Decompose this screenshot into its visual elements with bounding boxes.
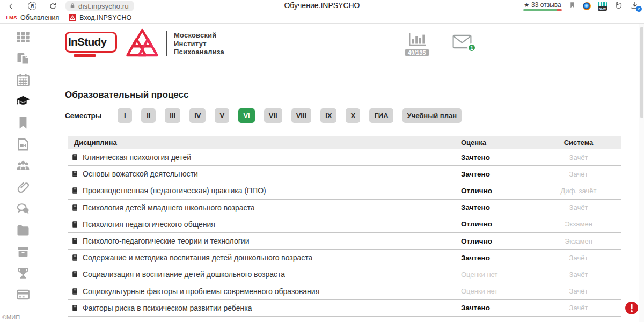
semester-button-vi[interactable]: VI — [238, 108, 254, 123]
archive-icon — [16, 244, 31, 261]
sidebar-item-files[interactable] — [15, 224, 31, 239]
semester-button-гиа[interactable]: ГИА — [369, 108, 393, 123]
semester-button-viii[interactable]: VIII — [291, 108, 312, 123]
groups-icon — [16, 158, 31, 175]
discipline-name: Содержание и методика воспитания детей д… — [83, 253, 312, 262]
table-row[interactable]: Психология детей младшего школьного возр… — [68, 200, 621, 216]
back-button[interactable] — [5, 1, 18, 11]
mip-triangles-logo — [125, 28, 159, 60]
system-value: Зачёт — [536, 153, 621, 162]
discipline-cell[interactable]: Содержание и методика воспитания детей д… — [68, 253, 461, 262]
files-icon — [16, 223, 31, 240]
book-icon — [71, 187, 78, 194]
scrollbar-thumb[interactable] — [640, 27, 643, 118]
sidebar-item-payments[interactable] — [15, 288, 31, 303]
bookmark-item-login[interactable]: Вход.INPSYCHO — [67, 14, 134, 21]
semester-button-iv[interactable]: IV — [189, 108, 206, 123]
sidebar-item-achievements[interactable] — [15, 267, 31, 282]
discipline-cell[interactable]: Клиническая психология детей — [68, 153, 461, 162]
discipline-cell[interactable]: Социокультурные факторы и проблемы совре… — [68, 287, 461, 296]
table-row[interactable]: Клиническая психология детейЗачтеноЗачёт — [68, 149, 621, 166]
table-body: Клиническая психология детейЗачтеноЗачёт… — [68, 149, 621, 317]
instudy-logo-text: InStudy — [68, 35, 106, 48]
discipline-cell[interactable]: Психолого-педагогические теории и технол… — [68, 237, 461, 245]
semester-button-i[interactable]: I — [118, 108, 132, 123]
discipline-cell[interactable]: Психология детей младшего школьного возр… — [68, 203, 461, 212]
discipline-cell[interactable]: Производственная (педагогическая) практи… — [68, 186, 461, 195]
browser-nav-buttons: Я dist.inpsycho.ru — [0, 1, 134, 11]
extension-browser-icon[interactable] — [583, 2, 591, 10]
browser-right-controls: ★ 33 отзыва NEW 2 — [516, 0, 640, 12]
downloads-button[interactable]: 2 — [630, 1, 640, 11]
sidebar-item-archive[interactable] — [15, 245, 31, 260]
bookmark-item-announcements[interactable]: LMS Объявления — [4, 14, 61, 21]
semesters-row: Семестры IIIIIIIVVVIVIIVIIIIXXГИАУчебный… — [65, 108, 462, 123]
grade-value: Оценки нет — [461, 270, 536, 279]
address-bar[interactable]: dist.inpsycho.ru — [65, 1, 134, 11]
sidebar-item-apps-grid[interactable] — [15, 31, 31, 46]
grade-value: Отлично — [461, 187, 536, 195]
sidebar-item-attachments[interactable] — [15, 181, 31, 196]
discipline-cell[interactable]: Психология педагогического общения — [68, 220, 461, 229]
reload-icon — [49, 2, 57, 10]
table-row[interactable]: Производственная (педагогическая) практи… — [68, 182, 621, 199]
scrollbar[interactable] — [639, 24, 644, 322]
messages-icon — [16, 201, 31, 218]
table-row[interactable]: Социокультурные факторы и проблемы совре… — [68, 283, 621, 300]
discipline-cell[interactable]: Социализация и воспитание детей дошкольн… — [68, 270, 461, 279]
discipline-name: Основы вожатской деятельности — [83, 170, 198, 178]
semester-button-v[interactable]: V — [215, 108, 229, 123]
url-text: dist.inpsycho.ru — [78, 2, 129, 10]
semester-buttons: IIIIIIIVVVIVIIVIIIIXXГИАУчебный план — [118, 108, 462, 123]
new-icon-label: NEW — [598, 6, 607, 11]
alert-badge[interactable] — [625, 301, 639, 315]
instudy-logo[interactable]: InStudy — [65, 32, 117, 57]
discipline-name: Психология педагогического общения — [83, 220, 215, 229]
sidebar-nav: ©МИП — [0, 24, 46, 322]
institute-name: Московский Институт Психоанализа — [174, 31, 224, 57]
sidebar-item-messages[interactable] — [15, 202, 31, 217]
rating-bar — [523, 9, 562, 11]
sidebar-item-video-materials[interactable] — [15, 138, 31, 153]
semester-button-ii[interactable]: II — [141, 108, 156, 123]
site-reviews-button[interactable]: ★ 33 отзыва — [523, 1, 562, 11]
documents-icon — [16, 51, 31, 68]
extension-hand-icon[interactable] — [614, 1, 623, 12]
progress-stats-button[interactable]: 49/135 — [405, 32, 429, 56]
bookmark-page-button[interactable] — [569, 1, 576, 11]
bookmarks-bar: LMS Объявления Вход.INPSYCHO — [0, 12, 644, 24]
sidebar-item-documents[interactable] — [15, 52, 31, 67]
mail-button[interactable]: 1 — [452, 34, 472, 49]
table-row[interactable]: Социализация и воспитание детей дошкольн… — [68, 266, 621, 283]
table-row[interactable]: Психология педагогического общенияОтличн… — [68, 216, 621, 233]
sidebar-item-calendar[interactable] — [15, 74, 31, 89]
sidebar-item-groups[interactable] — [15, 159, 31, 174]
semester-button-ix[interactable]: IX — [320, 108, 336, 123]
table-row[interactable]: Психолого-педагогические теории и технол… — [68, 233, 621, 250]
discipline-name: Производственная (педагогическая) практи… — [83, 186, 266, 195]
semester-button-x[interactable]: X — [346, 108, 360, 123]
table-row[interactable]: Факторы риска в психическом развитии реб… — [68, 300, 621, 317]
semester-button-iii[interactable]: III — [165, 108, 180, 123]
bookmark-icon — [16, 115, 31, 133]
system-value: Экзамен — [536, 220, 621, 228]
column-header-grade: Оценка — [461, 138, 536, 147]
book-icon — [71, 170, 78, 178]
discipline-cell[interactable]: Факторы риска в психическом развитии реб… — [68, 304, 461, 312]
apps-grid-icon — [16, 30, 31, 47]
institute-name-line: Институт — [174, 40, 224, 48]
table-row[interactable]: Основы вожатской деятельностиЗачтеноЗачё… — [68, 166, 621, 182]
semester-button-учебный-план[interactable]: Учебный план — [402, 108, 462, 123]
education-icon — [16, 94, 31, 111]
semesters-label: Семестры — [65, 112, 101, 120]
semester-button-vii[interactable]: VII — [264, 108, 282, 123]
yandex-home-button[interactable]: Я — [26, 1, 39, 11]
page-title: Образовательный процесс — [65, 90, 188, 100]
sidebar-item-education[interactable] — [15, 95, 31, 110]
discipline-cell[interactable]: Основы вожатской деятельности — [68, 170, 461, 178]
extension-new-icon[interactable]: NEW — [598, 2, 607, 11]
main-content: InStudy Московский Институт Психоанализа — [46, 24, 644, 322]
sidebar-item-bookmark[interactable] — [15, 116, 31, 131]
table-row[interactable]: Содержание и методика воспитания детей д… — [68, 250, 621, 266]
reload-button[interactable] — [46, 1, 59, 11]
